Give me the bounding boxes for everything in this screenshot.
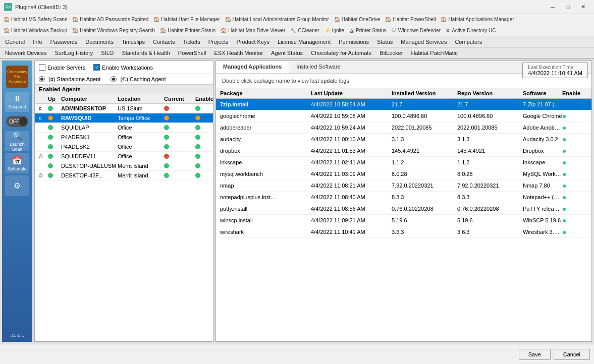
agent-row[interactable]: © SQUIDDEV11 Office [35, 152, 213, 161]
toolbar-powershell[interactable]: 🏠 Habitat PowerShell [383, 16, 438, 23]
toggle-label: OFF [7, 119, 19, 125]
nav-projects[interactable]: Projects [204, 38, 233, 46]
nav-computers[interactable]: Computers [451, 38, 486, 46]
toolbar-windows-defender[interactable]: 🛡 Windows Defender [389, 27, 443, 34]
toolbar-win-backup[interactable]: 🏠 Habitat Windows Backup [1, 27, 70, 34]
agent-row[interactable]: SQUIDLAP Office [35, 123, 213, 133]
enable-servers-label: Enable Servers [47, 65, 85, 71]
agent-enable-dot [195, 173, 200, 178]
close-button[interactable]: ✕ [576, 2, 590, 12]
toolbar-ad-passwords[interactable]: 🏠 Habitat AD Passwords Expired [70, 16, 151, 23]
nav-surflog-history[interactable]: SurfLog History [51, 49, 97, 57]
minimize-button[interactable]: ─ [546, 2, 560, 12]
toolbar-printer-status[interactable]: 🏠 Habitat Printer Status [157, 27, 218, 34]
pkg-repo: 5.19.6 [457, 217, 523, 223]
nav-passwords[interactable]: Passwords [46, 38, 82, 46]
tab-installed-software[interactable]: Installed Software [289, 61, 348, 73]
nav-powershell[interactable]: PowerShell [174, 49, 210, 57]
agent-row[interactable]: ¤ RAWSQUID Tampa Office [35, 113, 213, 123]
nav-info[interactable]: Info [29, 38, 46, 46]
nav-chocolatey-automate[interactable]: Chocolatey for Automate [307, 49, 375, 57]
toolbar-apps-manager[interactable]: 🏠 Habitat Applications Manager [438, 16, 516, 23]
agent-enable-dot [195, 163, 200, 168]
toolbar-ignite[interactable]: ⚡ Ignite [322, 27, 347, 34]
package-row[interactable]: wireshark 4/4/2022 11:10:41 AM 3.6.3 3.6… [216, 226, 591, 238]
nav-status[interactable]: Status [373, 38, 397, 46]
nav-bitlocker[interactable]: BitLocker [376, 49, 407, 57]
pkg-repo: 3.1.3 [457, 136, 523, 142]
pkg-enable-dot: ● [562, 181, 587, 190]
nav-timeslips[interactable]: Timeslips [118, 38, 149, 46]
agent-row[interactable]: © DESKTOP-43F... Merrit Island [35, 171, 213, 180]
nav-general[interactable]: General [1, 38, 29, 46]
nav-documents[interactable]: Documents [81, 38, 118, 46]
nav-network-devices[interactable]: Network Devices [1, 49, 51, 57]
pkg-col-last-update: Last Update [311, 90, 392, 96]
sidebar-toggle[interactable]: OFF [6, 116, 28, 127]
package-row[interactable]: adobereader 4/4/2022 10:59:24 AM 2022.00… [216, 122, 591, 134]
caching-radio[interactable] [111, 76, 117, 82]
toolbar-onedrive[interactable]: 🏠 Habitat OneDrive [332, 16, 383, 23]
nav-permissions[interactable]: Permissions [335, 38, 373, 46]
agent-row[interactable]: P4ADESK2 Office [35, 142, 213, 152]
package-row[interactable]: dropbox 4/4/2022 11:01:53 AM 145.4.4921 … [216, 145, 591, 157]
left-panel: Enable Servers ✓ Enable Workstations (¤)… [34, 60, 213, 342]
sidebar-launch-scan-button[interactable]: 🔍 LaunchScan [5, 131, 29, 151]
pkg-installed: 1.1.2 [392, 159, 457, 165]
pkg-name: audacity [220, 136, 311, 142]
pkg-last-update: 4/4/2022 11:00:10 AM [311, 136, 392, 142]
pkg-installed: 8.0.28 [392, 171, 457, 177]
sidebar-settings-button[interactable]: ⚙ [5, 175, 29, 196]
toolbar-printer-status2[interactable]: 🖨 Printer Status [347, 27, 389, 34]
package-row[interactable]: audacity 4/4/2022 11:00:10 AM 3.1.3 3.1.… [216, 134, 591, 145]
save-button[interactable]: Save [519, 349, 551, 360]
nav-contacts[interactable]: Contacts [149, 38, 179, 46]
nav-standards-health[interactable]: Standards & Health [118, 49, 174, 57]
package-row[interactable]: notepadplusplus.inst... 4/4/2022 11:08:4… [216, 192, 591, 203]
enable-workstations-checkbox[interactable]: ✓ Enable Workstations [93, 64, 153, 71]
package-row[interactable]: inkscape 4/4/2022 11:02:41 AM 1.1.2 1.1.… [216, 157, 591, 168]
agent-row[interactable]: P4ADESK1 Office [35, 133, 213, 142]
maximize-button[interactable]: □ [561, 2, 575, 12]
enabled-agents-header: Enabled Agents [35, 85, 213, 94]
nav-license-management[interactable]: License Management [274, 38, 335, 46]
nav-agent-status[interactable]: Agent Status [267, 49, 307, 57]
package-row[interactable]: 7zip.install 4/4/2022 10:58:54 AM 21.7 2… [216, 99, 591, 110]
toolbar-ms-safety-scans[interactable]: 🏠 Habitat MS Safety Scans [1, 16, 70, 23]
cancel-button[interactable]: Cancel [554, 349, 590, 360]
nav-esx-health[interactable]: ESX Health Monitor [210, 49, 267, 57]
right-panel: Last Execution Time 4/4/2022 11:10:41 AM… [215, 60, 592, 342]
enable-workstations-check[interactable]: ✓ [93, 64, 100, 71]
package-row[interactable]: putty.install 4/4/2022 11:08:56 AM 0.76.… [216, 203, 591, 215]
sidebar: ChocolateyForAutomate ⏸ Suspend OFF 🔍 La… [2, 60, 32, 342]
pkg-repo: 0.76.0.20220208 [457, 206, 523, 212]
nav-habitat-patchmatic[interactable]: Habitat PatchMatic [407, 49, 461, 57]
agent-row[interactable]: DESKTOP-UAELUSM Merrit Island [35, 161, 213, 171]
agent-location: US 1Slum [118, 105, 163, 111]
package-row[interactable]: googlechrome 4/4/2022 10:59:08 AM 100.0.… [216, 110, 591, 122]
toolbar-map-drive[interactable]: 🏠 Habitat Map Drive Viewer [218, 27, 288, 34]
pkg-installed: 3.1.3 [392, 136, 457, 142]
nav-silo[interactable]: SILO [97, 49, 118, 57]
sidebar-schedule-button[interactable]: 📅 Schedule [5, 153, 29, 173]
package-row[interactable]: mysql.workbench 4/4/2022 11:03:09 AM 8.0… [216, 168, 591, 180]
nav-managed-services[interactable]: Managed Services [397, 38, 451, 46]
enable-servers-checkbox[interactable]: Enable Servers [39, 64, 85, 71]
sidebar-suspend-button[interactable]: ⏸ Suspend [5, 92, 29, 112]
tab-managed-applications[interactable]: Managed Applications [216, 61, 289, 73]
nav-product-keys[interactable]: Product Keys [233, 38, 274, 46]
toolbar-host-file[interactable]: 🏠 Habitat Host File Manager [151, 16, 222, 23]
nav-tickets[interactable]: Tickets [179, 38, 204, 46]
toolbar-ad-uc[interactable]: ⚙ Active Directory UC [443, 27, 498, 34]
package-row[interactable]: winscp.install 4/4/2022 11:09:21 AM 5.19… [216, 215, 591, 226]
toolbar-ccleaner[interactable]: 🔧 CCleaner [288, 27, 321, 34]
pkg-last-update: 4/4/2022 11:09:21 AM [311, 217, 392, 223]
toolbar-registry-search[interactable]: 🏠 Habitat Windows Registry Search [70, 27, 157, 34]
standalone-radio[interactable] [39, 76, 45, 82]
agent-row[interactable]: ¤ ADMINDESKTOP US 1Slum [35, 104, 213, 113]
toolbar-local-admins[interactable]: 🏠 Habitat Local Administrators Group Mon… [223, 16, 332, 23]
pkg-enable-dot: ● [562, 124, 587, 132]
printer-icon: 🖨 [349, 28, 354, 33]
enable-servers-check[interactable] [39, 64, 45, 71]
package-row[interactable]: nmap 4/4/2022 11:08:21 AM 7.92.0.2022032… [216, 180, 591, 192]
